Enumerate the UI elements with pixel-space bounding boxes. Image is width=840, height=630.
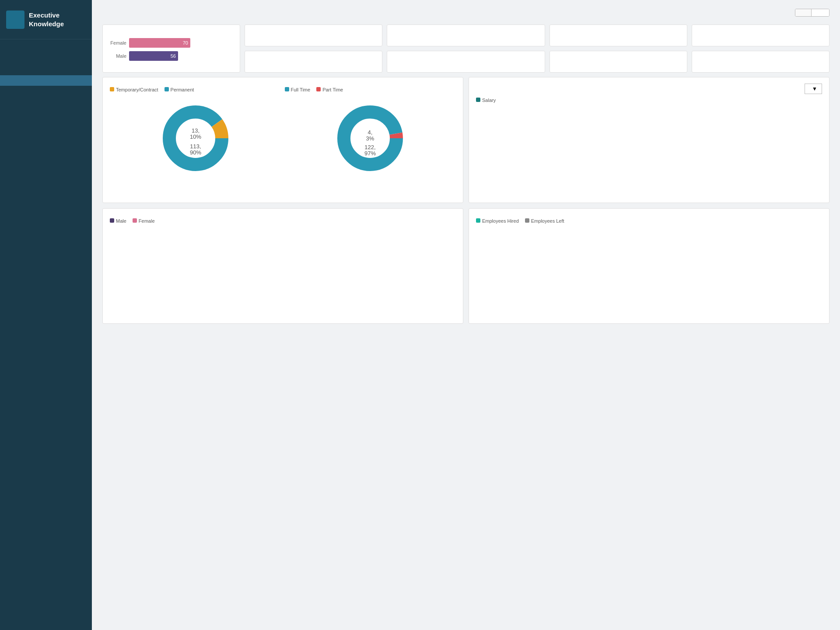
employment-status-legend: Full Time Part Time	[285, 87, 456, 92]
kpi-avg-salary	[387, 24, 545, 46]
kpi-permanent-rate	[387, 51, 545, 73]
hired-vs-left-chart	[476, 228, 822, 317]
kpi-headcount: Female 70 Male 56	[102, 24, 240, 73]
page-header	[102, 9, 830, 17]
employment-charts-card: Temporary/Contract Permanent 13, 10% 113…	[102, 77, 463, 203]
sidebar-item-indicators[interactable]	[0, 44, 92, 54]
employment-contract-legend: Temporary/Contract Permanent	[110, 87, 281, 92]
bottom-charts-row: Male Female Employees Hired Employees Le…	[102, 208, 830, 324]
employees-chart-legend: Male Female	[110, 218, 456, 224]
kpi-grid: Female 70 Male 56	[102, 24, 830, 73]
salary-dropdown[interactable]: ▼	[805, 84, 822, 94]
kpi-hired	[550, 51, 687, 73]
hired-vs-left-legend: Employees Hired Employees Left	[476, 218, 822, 224]
sidebar-item-ytd-dashboard[interactable]	[0, 75, 92, 86]
logo-box	[6, 10, 24, 29]
svg-text:113,: 113,	[190, 143, 201, 150]
legend-fulltime: Full Time	[285, 87, 311, 92]
dropdown-arrow-icon: ▼	[812, 86, 817, 92]
hc-female-bar: 70	[129, 38, 190, 48]
svg-text:10%: 10%	[190, 133, 201, 140]
kpi-absenteeism	[692, 24, 830, 46]
kpi-left	[692, 51, 830, 73]
sidebar-item-monthly-dashboard[interactable]	[0, 65, 92, 75]
hc-female-row: Female 70	[110, 38, 233, 48]
ytd-label	[795, 9, 812, 16]
main-content: Female 70 Male 56	[92, 0, 840, 630]
svg-text:13,: 13,	[192, 127, 200, 134]
salary-legend-item: Salary	[476, 98, 496, 103]
logo-text: ExecutiveKnowledge	[29, 11, 64, 28]
kpi-turnover	[550, 24, 687, 46]
svg-text:4,: 4,	[368, 129, 373, 136]
headcount-bars: Female 70 Male 56	[110, 38, 233, 61]
salary-bar-chart	[476, 107, 822, 196]
legend-hired: Employees Hired	[476, 218, 519, 224]
legend-left-emp: Employees Left	[525, 218, 564, 224]
legend-female: Female	[133, 218, 155, 224]
hc-male-label: Male	[110, 53, 126, 59]
employment-contract-chart: Temporary/Contract Permanent 13, 10% 113…	[110, 84, 281, 180]
employment-status-chart: Full Time Part Time 4, 3% 122, 97%	[285, 84, 456, 180]
hc-male-row: Male 56	[110, 51, 233, 61]
ytd-value	[812, 9, 829, 16]
svg-text:90%: 90%	[190, 149, 201, 156]
middle-charts-row: Temporary/Contract Permanent 13, 10% 113…	[102, 77, 830, 203]
legend-parttime: Part Time	[316, 87, 343, 92]
svg-text:122,: 122,	[365, 144, 376, 150]
legend-permanent: Permanent	[164, 87, 194, 92]
sidebar: ExecutiveKnowledge	[0, 0, 92, 630]
employees-bar-chart	[110, 228, 456, 317]
sidebar-item-hr-data[interactable]	[0, 54, 92, 65]
employees-chart-card: Male Female	[102, 208, 463, 324]
salary-legend: Salary	[476, 98, 822, 103]
legend-male: Male	[110, 218, 126, 224]
hc-female-label: Female	[110, 40, 126, 46]
employment-status-donut: 4, 3% 122, 97%	[285, 97, 456, 180]
hired-vs-left-card: Employees Hired Employees Left	[469, 208, 830, 324]
ytd-selector[interactable]	[795, 9, 830, 17]
salary-chart-header: ▼	[476, 84, 822, 94]
svg-text:3%: 3%	[366, 135, 374, 142]
kpi-avg-age	[245, 51, 382, 73]
salary-chart-card: ▼ Salary	[469, 77, 830, 203]
sidebar-nav	[0, 39, 92, 90]
svg-text:97%: 97%	[364, 150, 376, 157]
kpi-total-salary	[245, 24, 382, 46]
employment-contract-donut: 13, 10% 113, 90%	[110, 97, 281, 180]
hc-male-bar: 56	[129, 51, 178, 61]
sidebar-logo: ExecutiveKnowledge	[0, 0, 92, 39]
legend-temporary: Temporary/Contract	[110, 87, 158, 92]
